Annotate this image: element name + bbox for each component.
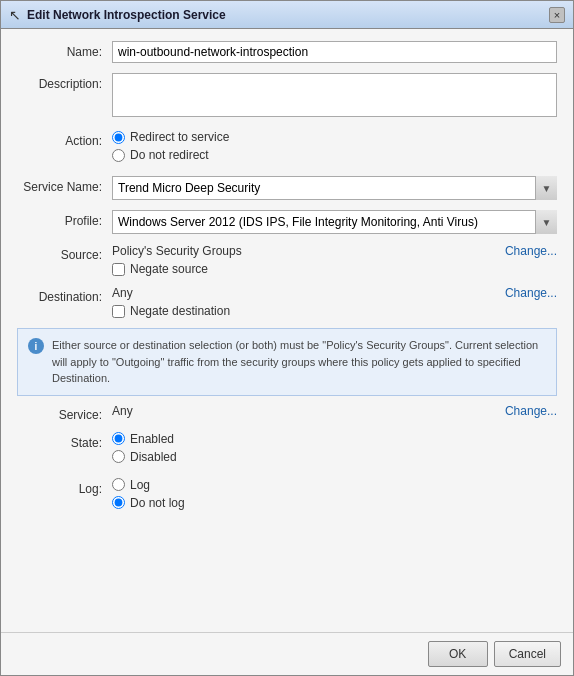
description-input[interactable] bbox=[112, 73, 557, 117]
dialog-icon: ↖ bbox=[9, 7, 21, 23]
title-bar-left: ↖ Edit Network Introspection Service bbox=[9, 7, 226, 23]
destination-label: Destination: bbox=[17, 286, 112, 304]
action-redirect-label[interactable]: Redirect to service bbox=[130, 130, 229, 144]
state-enabled-label[interactable]: Enabled bbox=[130, 432, 174, 446]
log-donot-row: Do not log bbox=[112, 496, 557, 510]
name-input[interactable] bbox=[112, 41, 557, 63]
negate-source-label[interactable]: Negate source bbox=[130, 262, 208, 276]
name-label: Name: bbox=[17, 41, 112, 59]
source-value-row: Policy's Security Groups Change... bbox=[112, 244, 557, 258]
destination-control: Any Change... Negate destination bbox=[112, 286, 557, 318]
action-no-redirect-row: Do not redirect bbox=[112, 148, 557, 162]
action-label: Action: bbox=[17, 130, 112, 148]
negate-destination-checkbox[interactable] bbox=[112, 305, 125, 318]
profile-select[interactable]: Windows Server 2012 (IDS IPS, File Integ… bbox=[112, 210, 557, 234]
action-no-redirect-label[interactable]: Do not redirect bbox=[130, 148, 209, 162]
info-icon: i bbox=[28, 338, 44, 354]
log-log-label[interactable]: Log bbox=[130, 478, 150, 492]
description-control bbox=[112, 73, 557, 120]
service-change-link[interactable]: Change... bbox=[505, 404, 557, 418]
action-row: Action: Redirect to service Do not redir… bbox=[17, 130, 557, 166]
source-row: Source: Policy's Security Groups Change.… bbox=[17, 244, 557, 276]
source-label: Source: bbox=[17, 244, 112, 262]
log-log-row: Log bbox=[112, 478, 557, 492]
state-disabled-row: Disabled bbox=[112, 450, 557, 464]
state-enabled-radio[interactable] bbox=[112, 432, 125, 445]
service-name-control: Trend Micro Deep Security ▼ bbox=[112, 176, 557, 200]
negate-destination-row: Negate destination bbox=[112, 304, 557, 318]
log-row: Log: Log Do not log bbox=[17, 478, 557, 514]
negate-source-row: Negate source bbox=[112, 262, 557, 276]
state-control: Enabled Disabled bbox=[112, 432, 557, 468]
action-no-redirect-radio[interactable] bbox=[112, 149, 125, 162]
cancel-button[interactable]: Cancel bbox=[494, 641, 561, 667]
dialog-content: Name: Description: Action: Redirect to s… bbox=[1, 29, 573, 632]
profile-select-wrapper: Windows Server 2012 (IDS IPS, File Integ… bbox=[112, 210, 557, 234]
log-donot-label[interactable]: Do not log bbox=[130, 496, 185, 510]
info-text: Either source or destination selection (… bbox=[52, 337, 546, 387]
profile-row: Profile: Windows Server 2012 (IDS IPS, F… bbox=[17, 210, 557, 234]
destination-change-link[interactable]: Change... bbox=[505, 286, 557, 300]
service-row: Service: Any Change... bbox=[17, 404, 557, 422]
title-bar: ↖ Edit Network Introspection Service × bbox=[1, 1, 573, 29]
info-box: i Either source or destination selection… bbox=[17, 328, 557, 396]
log-control: Log Do not log bbox=[112, 478, 557, 514]
service-value: Any bbox=[112, 404, 133, 418]
destination-value-row: Any Change... bbox=[112, 286, 557, 300]
negate-source-checkbox[interactable] bbox=[112, 263, 125, 276]
profile-control: Windows Server 2012 (IDS IPS, File Integ… bbox=[112, 210, 557, 234]
source-value: Policy's Security Groups bbox=[112, 244, 242, 258]
negate-destination-label[interactable]: Negate destination bbox=[130, 304, 230, 318]
description-label: Description: bbox=[17, 73, 112, 91]
log-donot-radio[interactable] bbox=[112, 496, 125, 509]
source-control: Policy's Security Groups Change... Negat… bbox=[112, 244, 557, 276]
dialog-footer: OK Cancel bbox=[1, 632, 573, 675]
profile-label: Profile: bbox=[17, 210, 112, 228]
action-redirect-radio[interactable] bbox=[112, 131, 125, 144]
state-disabled-radio[interactable] bbox=[112, 450, 125, 463]
state-row: State: Enabled Disabled bbox=[17, 432, 557, 468]
log-label: Log: bbox=[17, 478, 112, 496]
service-name-label: Service Name: bbox=[17, 176, 112, 194]
service-name-row: Service Name: Trend Micro Deep Security … bbox=[17, 176, 557, 200]
description-row: Description: bbox=[17, 73, 557, 120]
name-row: Name: bbox=[17, 41, 557, 63]
state-enabled-row: Enabled bbox=[112, 432, 557, 446]
destination-value: Any bbox=[112, 286, 133, 300]
dialog-title: Edit Network Introspection Service bbox=[27, 8, 226, 22]
close-button[interactable]: × bbox=[549, 7, 565, 23]
service-name-select-wrapper: Trend Micro Deep Security ▼ bbox=[112, 176, 557, 200]
service-label: Service: bbox=[17, 404, 112, 422]
edit-network-introspection-dialog: ↖ Edit Network Introspection Service × N… bbox=[0, 0, 574, 676]
log-log-radio[interactable] bbox=[112, 478, 125, 491]
service-name-select[interactable]: Trend Micro Deep Security bbox=[112, 176, 557, 200]
service-control: Any Change... bbox=[112, 404, 557, 422]
destination-row: Destination: Any Change... Negate destin… bbox=[17, 286, 557, 318]
service-value-row: Any Change... bbox=[112, 404, 557, 418]
ok-button[interactable]: OK bbox=[428, 641, 488, 667]
state-label: State: bbox=[17, 432, 112, 450]
name-control bbox=[112, 41, 557, 63]
source-change-link[interactable]: Change... bbox=[505, 244, 557, 258]
action-redirect-row: Redirect to service bbox=[112, 130, 557, 144]
action-control: Redirect to service Do not redirect bbox=[112, 130, 557, 166]
state-disabled-label[interactable]: Disabled bbox=[130, 450, 177, 464]
